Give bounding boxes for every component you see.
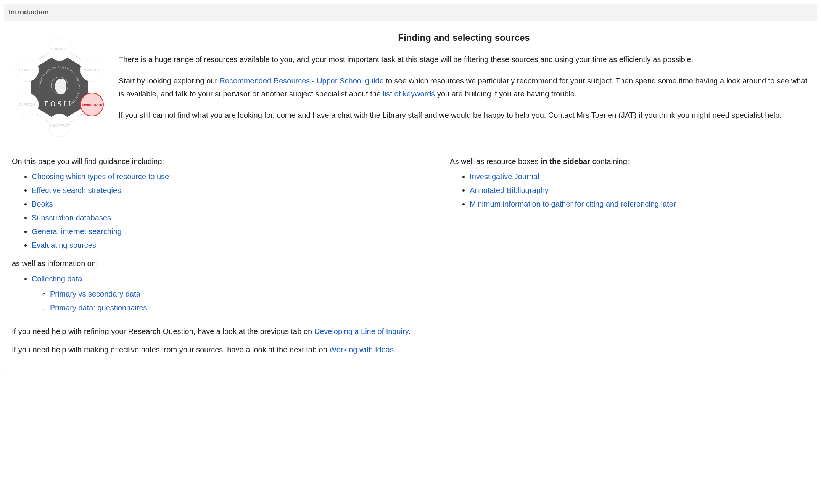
panel-body: FRAMEWORK OF SKILLS FOR INQUIRY LEARNING…	[4, 21, 817, 369]
svg-line-19	[37, 114, 48, 122]
right-column: As well as resource boxes in the sidebar…	[450, 155, 809, 319]
intro-paragraph-1: There is a huge range of resources avail…	[119, 53, 809, 66]
link-working-with-ideas[interactable]: Working with Ideas	[329, 345, 394, 354]
left-column: On this page you will find guidance incl…	[12, 155, 435, 319]
link-evaluating-sources[interactable]: Evaluating sources	[32, 241, 96, 249]
link-collecting-data[interactable]: Collecting data	[32, 274, 82, 283]
intro-paragraph-2: Start by looking exploring our Recommend…	[119, 74, 809, 100]
link-books[interactable]: Books	[32, 200, 53, 208]
panel-title: Introduction	[4, 4, 817, 21]
left-intro-2: as well as information on:	[12, 257, 435, 270]
link-primary-vs-secondary[interactable]: Primary vs secondary data	[50, 290, 140, 298]
svg-text:INVESTIGATE: INVESTIGATE	[82, 103, 102, 106]
fosil-diagram: FRAMEWORK OF SKILLS FOR INQUIRY LEARNING…	[12, 26, 111, 141]
svg-text:CONSTRUCT: CONSTRUCT	[49, 124, 71, 127]
link-annotated-bibliography[interactable]: Annotated Bibliography	[470, 186, 549, 194]
svg-text:REFLECT: REFLECT	[19, 68, 35, 72]
link-minimum-citing-info[interactable]: Minimum information to gather for citing…	[470, 200, 676, 208]
link-primary-questionnaires[interactable]: Primary data: questionnaires	[50, 303, 147, 312]
sidebar-resource-list: Investigative Journal Annotated Bibliogr…	[450, 170, 809, 210]
svg-line-21	[37, 53, 48, 61]
info-list: Collecting data Primary vs secondary dat…	[12, 272, 435, 314]
link-developing-line-of-inquiry[interactable]: Developing a Line of Inquiry	[314, 327, 408, 335]
footer-paragraph-1: If you need help with refining your Rese…	[12, 325, 809, 338]
link-list-of-keywords[interactable]: list of keywords	[383, 90, 435, 98]
link-effective-search[interactable]: Effective search strategies	[32, 186, 121, 194]
link-recommended-resources[interactable]: Recommended Resources - Upper School gui…	[220, 77, 384, 85]
page-heading: Finding and selecting sources	[119, 30, 809, 46]
link-subscription-databases[interactable]: Subscription databases	[32, 213, 111, 222]
introduction-panel: Introduction FRAMEWORK OF SKILLS FOR INQ…	[4, 4, 817, 369]
link-general-internet[interactable]: General internet searching	[32, 227, 122, 236]
svg-text:WONDER: WONDER	[84, 68, 100, 72]
left-intro-1: On this page you will find guidance incl…	[12, 155, 435, 168]
right-intro: As well as resource boxes in the sidebar…	[450, 155, 809, 168]
svg-line-18	[71, 114, 82, 122]
svg-text:CONNECT: CONNECT	[51, 47, 68, 51]
divider	[12, 148, 809, 148]
footer-paragraph-2: If you need help with making effective n…	[12, 343, 809, 356]
link-investigative-journal[interactable]: Investigative Journal	[470, 172, 539, 181]
link-choosing-types[interactable]: Choosing which types of resource to use	[32, 172, 169, 181]
guidance-list: Choosing which types of resource to use …	[12, 170, 435, 252]
intro-paragraph-3: If you still cannot find what you are lo…	[119, 109, 809, 122]
svg-line-16	[71, 53, 82, 61]
svg-text:EXPRESS: EXPRESS	[19, 103, 35, 106]
svg-text:FOSIL: FOSIL	[44, 100, 75, 108]
